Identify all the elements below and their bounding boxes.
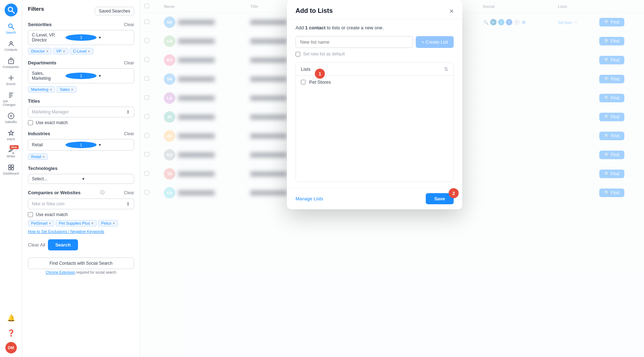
new-list-name-input[interactable] (296, 36, 413, 48)
svg-rect-11 (11, 165, 14, 167)
technologies-value: Select... (32, 176, 80, 181)
industries-value: Retail (32, 142, 63, 147)
industries-chevron-icon: ▾ (99, 142, 130, 147)
departments-tags: Marketing× Sales× (28, 86, 134, 93)
pet-stores-checkbox[interactable] (301, 80, 306, 84)
company-tags: PetSmart× Pet Supplies Plus× Petco× (28, 220, 134, 226)
tag-vp-label: VP (56, 49, 62, 53)
technologies-select[interactable]: Select... ▾ (28, 174, 134, 184)
clear-all-button[interactable]: Clear All (28, 242, 45, 248)
filters-title: Filters (28, 6, 44, 12)
tag-psp-remove[interactable]: × (91, 221, 93, 225)
svg-point-4 (10, 41, 12, 44)
lists-sort-icon[interactable]: ⇅ (444, 66, 448, 72)
companies-info-icon: ⓘ (100, 190, 104, 196)
industries-badge: 1 (65, 142, 97, 148)
tag-vp[interactable]: VP× (53, 48, 68, 54)
search-button[interactable]: Search (48, 239, 78, 250)
modal-body: Add 1 contact to lists or create a new o… (287, 19, 462, 188)
tag-vp-remove[interactable]: × (63, 49, 65, 53)
sidebar-item-salesflix[interactable]: Salesflix (1, 110, 21, 126)
sidebar-item-companies-label: Companies (3, 65, 19, 69)
sidebar-item-intent-label: Intent (7, 137, 15, 141)
saved-searches-button[interactable]: Saved Searches (95, 7, 134, 15)
technologies-label: Technologies (28, 166, 58, 171)
titles-exact-match-row: Use exact match (28, 120, 134, 125)
modal-subtitle-suffix: to lists or create a new one. (326, 25, 384, 30)
departments-badge: 2 (65, 73, 97, 79)
social-search-button[interactable]: Find Contacts with Social Search (28, 258, 134, 269)
seniorities-select[interactable]: C-Level, VP, Director 3 ▾ (28, 30, 134, 45)
sidebar-item-dashboard-label: Dashboard (3, 172, 19, 175)
sidebar-item-intent[interactable]: Intent (1, 127, 21, 143)
sidebar-item-enrich[interactable]: Enrich (1, 72, 21, 88)
tag-petco-remove[interactable]: × (113, 221, 115, 225)
tag-director-label: Director (31, 49, 45, 53)
departments-select[interactable]: Sales, Marketing 2 ▾ (28, 68, 134, 83)
app-logo[interactable] (5, 4, 18, 16)
seniorities-tags: Director× VP× C-Level× (28, 48, 134, 54)
modal-title: Add to Lists (296, 7, 333, 15)
companies-clear[interactable]: Clear (124, 190, 134, 195)
companies-exact-match-checkbox[interactable] (28, 212, 33, 217)
set-default-label: Set new list as default (303, 52, 345, 57)
modal-close-button[interactable]: × (449, 8, 454, 15)
modal-header: Add to Lists × (287, 0, 462, 19)
sidebar-item-writer[interactable]: New Writer (1, 145, 21, 160)
industries-select[interactable]: Retail 1 ▾ (28, 139, 134, 151)
titles-exact-match-checkbox[interactable] (28, 120, 33, 125)
tag-sales-remove[interactable]: × (71, 88, 73, 92)
tag-marketing-label: Marketing (31, 87, 48, 92)
modal-subtitle: Add 1 contact to lists or create a new o… (296, 25, 454, 30)
help-icon[interactable]: ❓ (5, 327, 17, 339)
writer-new-badge: New (10, 145, 18, 149)
add-to-lists-modal: Add to Lists × Add 1 contact to lists or… (287, 0, 462, 209)
tag-petsmart-remove[interactable]: × (49, 221, 51, 225)
industries-label: Industries (28, 131, 50, 136)
modal-overlay: 1 Add to Lists × Add 1 contact to lists … (140, 0, 644, 357)
tag-clevel[interactable]: C-Level× (70, 48, 93, 54)
companies-value: Nike or Nike.com (32, 201, 64, 206)
create-list-button[interactable]: + Create List (416, 36, 454, 48)
companies-input[interactable]: Nike or Nike.com ⬆ (28, 199, 134, 209)
pet-stores-label: Pet Stores (309, 79, 331, 85)
tag-petsmart-label: PetSmart (31, 221, 48, 225)
modal-footer: Manage Lists 2 Save (287, 188, 462, 209)
filter-actions: Clear All Search (28, 239, 134, 250)
technologies-chevron-icon: ▾ (82, 176, 131, 181)
sidebar-item-writer-label: Writer (7, 155, 15, 158)
sidebar-item-companies[interactable]: Companies (1, 55, 21, 71)
svg-line-3 (12, 27, 14, 29)
sidebar-item-job-changes[interactable]: Job Changes (1, 89, 21, 109)
tag-pet-supplies-plus[interactable]: Pet Supplies Plus× (56, 220, 97, 226)
industries-clear[interactable]: Clear (124, 131, 134, 136)
tag-marketing-remove[interactable]: × (50, 88, 52, 92)
tag-director-remove[interactable]: × (47, 49, 49, 53)
chrome-ext-link[interactable]: Chrome Extension (46, 270, 75, 274)
tag-marketing[interactable]: Marketing× (28, 86, 55, 93)
modal-subtitle-prefix: Add (296, 25, 305, 30)
departments-clear[interactable]: Clear (124, 60, 134, 65)
tag-sales[interactable]: Sales× (57, 86, 76, 93)
exclusion-link[interactable]: How to Set Exclusions / Negative Keyword… (28, 229, 134, 234)
sidebar-item-enrich-label: Enrich (6, 82, 16, 86)
industries-tags: Retail× (28, 153, 134, 160)
tag-clevel-remove[interactable]: × (88, 49, 90, 53)
sidebar-item-contacts[interactable]: Contacts (1, 38, 21, 54)
notifications-icon[interactable]: 🔔 (5, 312, 17, 324)
tag-director[interactable]: Director× (28, 48, 52, 54)
user-avatar[interactable]: DM (5, 342, 17, 353)
titles-input[interactable]: Marketing Manager ⬆ (28, 107, 134, 117)
lists-empty-area (296, 89, 453, 182)
step-1-badge: 1 (315, 69, 325, 79)
tag-petco[interactable]: Petco× (98, 220, 118, 226)
tag-retail-remove[interactable]: × (43, 155, 45, 159)
tag-petsmart[interactable]: PetSmart× (28, 220, 54, 226)
sidebar-item-dashboard[interactable]: Dashboard (1, 162, 21, 177)
set-default-checkbox[interactable] (296, 52, 300, 57)
tag-retail[interactable]: Retail× (28, 153, 48, 160)
sidebar-item-search[interactable]: Search (1, 21, 21, 36)
seniorities-clear[interactable]: Clear (124, 22, 134, 27)
tag-clevel-label: C-Level (73, 49, 87, 53)
manage-lists-link[interactable]: Manage Lists (296, 196, 323, 201)
